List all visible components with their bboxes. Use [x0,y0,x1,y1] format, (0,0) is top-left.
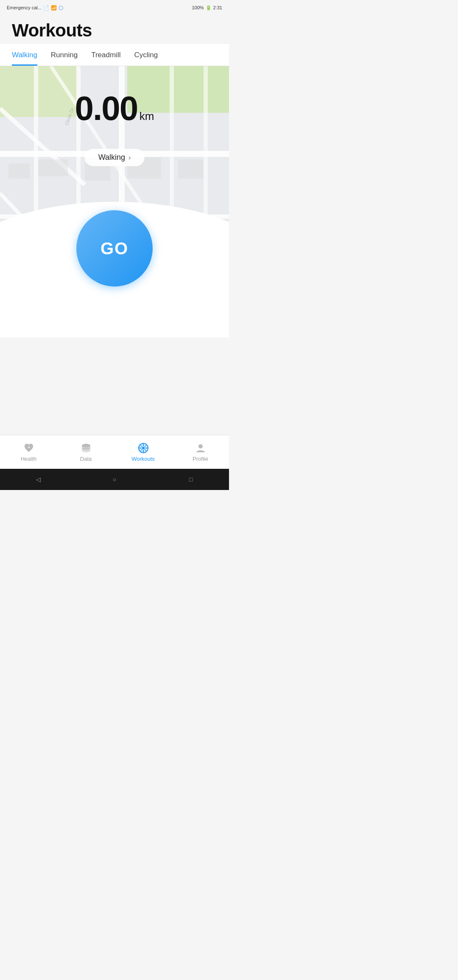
nav-label-health: Health [21,456,37,462]
system-nav-bar: ◁ ○ □ [0,469,229,490]
tab-walking[interactable]: Walking [12,44,37,66]
recent-button[interactable]: □ [186,475,195,484]
nav-label-data: Data [80,456,92,462]
map-container: Circle Dr 0.00 km Walking › GO [0,66,229,337]
clock: 2:31 [213,5,222,10]
svg-point-43 [198,444,203,448]
svg-rect-21 [38,159,68,176]
tab-treadmill[interactable]: Treadmill [91,44,120,66]
tab-running[interactable]: Running [51,44,78,66]
back-button[interactable]: ◁ [34,475,43,484]
nav-item-profile[interactable]: Profile [172,442,229,462]
page-title: Workouts [12,20,217,41]
chevron-right-icon: › [128,154,131,161]
bottom-nav: ✦ Health Data [0,435,229,469]
brand-icon: ⬡ [59,5,63,11]
emergency-call-text: Emergency cal... [7,5,42,10]
svg-point-38 [142,447,145,449]
svg-text:✦: ✦ [27,445,30,449]
workout-type-pill[interactable]: Walking › [85,149,145,166]
data-icon [80,442,92,454]
health-icon: ✦ [23,442,35,454]
nav-item-data[interactable]: Data [57,442,114,462]
battery-percent: 100% [192,5,204,10]
nav-label-profile: Profile [193,456,208,462]
workout-tabs: Walking Running Treadmill Cycling [0,44,229,66]
workout-type-label: Walking [98,153,125,162]
nav-item-health[interactable]: ✦ Health [0,442,57,462]
status-left: Emergency cal... 📄 📶 ⬡ [7,5,63,11]
workouts-icon [137,442,149,454]
go-button[interactable]: GO [76,210,153,287]
wifi-icon: 📶 [51,5,57,11]
status-bar: Emergency cal... 📄 📶 ⬡ 100% 🔋 2:31 [0,0,229,15]
home-button[interactable]: ○ [110,475,119,484]
svg-rect-20 [8,164,30,178]
bottom-section: GO [0,193,229,337]
status-right: 100% 🔋 2:31 [192,5,222,11]
profile-icon [195,442,207,454]
nav-item-workouts[interactable]: Workouts [114,442,172,462]
battery-icon: 🔋 [206,5,212,11]
tab-cycling[interactable]: Cycling [134,44,158,66]
nav-label-workouts: Workouts [131,456,155,462]
sim-icon: 📄 [43,5,49,11]
svg-rect-2 [127,66,229,113]
svg-rect-22 [85,164,110,181]
svg-rect-24 [178,159,204,178]
header: Workouts [0,15,229,44]
